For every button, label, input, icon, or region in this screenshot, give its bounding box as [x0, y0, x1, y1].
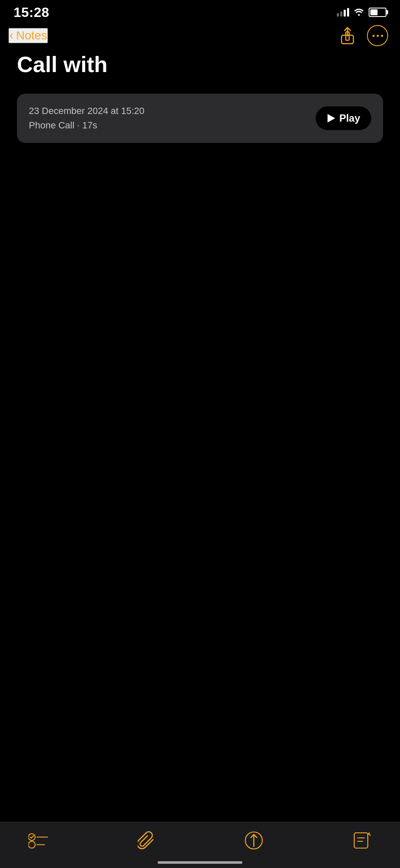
checklist-button[interactable]	[25, 830, 51, 851]
audio-card: 23 December 2024 at 15:20 Phone Call · 1…	[17, 94, 383, 143]
new-note-icon	[353, 831, 371, 850]
home-indicator	[158, 861, 242, 864]
more-button[interactable]	[367, 25, 388, 46]
status-time: 15:28	[14, 5, 49, 20]
new-note-button[interactable]	[349, 830, 375, 851]
wifi-icon	[353, 8, 364, 17]
checklist-icon	[28, 832, 48, 849]
back-button[interactable]: ‹ Notes	[8, 28, 48, 43]
more-icon	[367, 25, 388, 46]
compose-icon	[244, 831, 263, 850]
svg-point-3	[28, 841, 35, 848]
nav-bar: ‹ Notes	[0, 23, 400, 48]
compose-button[interactable]	[241, 830, 267, 851]
battery-icon	[369, 8, 386, 17]
svg-rect-7	[354, 833, 368, 848]
play-button[interactable]: Play	[316, 106, 371, 130]
note-title[interactable]: Call with	[17, 53, 383, 77]
audio-date: 23 December 2024 at 15:20	[29, 106, 144, 117]
share-icon	[340, 27, 355, 45]
chevron-left-icon: ‹	[9, 29, 14, 42]
attachment-button[interactable]	[133, 830, 159, 851]
back-label: Notes	[16, 29, 47, 42]
nav-actions	[338, 25, 388, 46]
attachment-icon	[138, 831, 155, 850]
status-bar: 15:28	[0, 0, 400, 23]
share-button[interactable]	[338, 26, 357, 45]
note-content: Call with 23 December 2024 at 15:20 Phon…	[0, 48, 400, 143]
signal-icon	[337, 8, 349, 17]
audio-meta: Phone Call · 17s	[29, 120, 144, 131]
play-icon	[328, 114, 335, 122]
audio-info: 23 December 2024 at 15:20 Phone Call · 1…	[29, 106, 144, 131]
play-label: Play	[339, 112, 360, 124]
status-icons	[337, 8, 386, 17]
